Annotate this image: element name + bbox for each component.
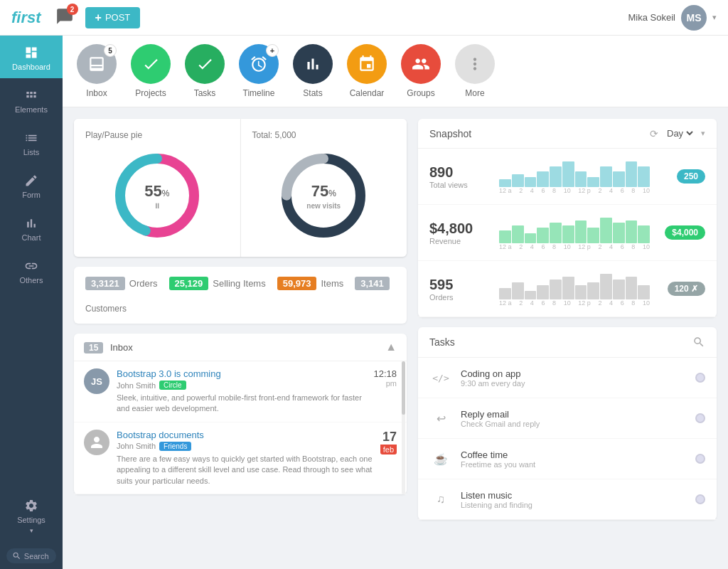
app-logo: first [11, 9, 41, 27]
more-circle [455, 44, 495, 84]
tab-inbox-label: Inbox [86, 88, 107, 98]
refresh-button[interactable]: ⟳ [650, 128, 658, 139]
items-label: Items [321, 278, 343, 289]
tab-inbox[interactable]: 5 Inbox [77, 44, 117, 98]
inbox-count-badge: 15 [84, 342, 103, 353]
dashboard-icon [24, 46, 38, 60]
sidebar-item-others[interactable]: Others [0, 249, 63, 292]
sidebar-label-elements: Elements [15, 105, 48, 114]
groups-icon [412, 55, 430, 73]
task-coding-status[interactable] [695, 373, 705, 383]
task-coding-icon: </> [429, 366, 452, 389]
spark-bar [525, 291, 537, 299]
spark-bar [626, 161, 638, 187]
task-coffee-status[interactable] [695, 454, 705, 464]
message-title-2[interactable]: Bootstrap documents [117, 430, 373, 440]
inbox-circle: 5 [77, 44, 117, 84]
views-spark-labels: 12 a24681012 p246810 [499, 187, 650, 194]
tab-tasks[interactable]: Tasks [185, 44, 225, 98]
sidebar-label-form: Form [22, 191, 41, 199]
sidebar-label-dashboard: Dashboard [12, 63, 50, 71]
spark-bar [600, 166, 612, 187]
task-item-coding: </> Coding on app 9:30 am every day [418, 358, 717, 398]
user-icon [90, 435, 104, 450]
tasks-title: Tasks [429, 336, 455, 348]
inbox-header: 15 Inbox ▲ [74, 334, 407, 361]
sidebar-item-elements[interactable]: Elements [0, 78, 63, 121]
orders-snap-label: Orders [429, 293, 493, 302]
tab-projects[interactable]: Projects [131, 44, 171, 98]
tab-timeline-label: Timeline [243, 88, 275, 98]
spark-bar [638, 225, 650, 243]
task-music-status[interactable] [695, 494, 705, 504]
post-button[interactable]: POST [85, 7, 141, 28]
spark-bar [562, 277, 574, 299]
right-column: Snapshot ⟳ Day ▾ 890 Total views [418, 119, 717, 520]
tasks-search-icon[interactable] [692, 336, 705, 349]
sidebar-item-chart[interactable]: Chart [0, 206, 63, 249]
orders-spark-labels: 12 a24681012 p246810 [499, 299, 650, 307]
inbox-icon [87, 55, 106, 73]
tab-stats[interactable]: Stats [293, 44, 333, 98]
orders-badge: 120 ✗ [668, 282, 705, 296]
spark-bar [587, 282, 599, 299]
message-avatar-1: JS [84, 368, 109, 394]
day-dropdown-arrow: ▾ [701, 129, 705, 138]
task-music-content: Listen music Listening and finding [461, 490, 687, 509]
donut-chart-card: Total: 5,000 75% new visits [241, 119, 407, 257]
elements-icon [24, 88, 38, 102]
message-body-2: There are a few easy ways to quickly get… [117, 454, 373, 486]
sidebar: Dashboard Elements Lists Form Chart Othe… [0, 36, 63, 531]
message-content-1: Bootstrap 3.0 is comming John Smith Circ… [117, 368, 366, 415]
spark-bar [550, 166, 562, 187]
chat-icon-button[interactable]: 2 [55, 7, 74, 28]
spark-bar [499, 230, 511, 243]
snapshot-views-row: 890 Total views 12 a24681012 p246810 250 [418, 149, 717, 205]
spark-bar [512, 174, 524, 187]
tab-groups[interactable]: Groups [401, 44, 441, 98]
sidebar-label-lists: Lists [23, 148, 40, 156]
calendar-circle [347, 44, 387, 84]
main-content: 5 Inbox Projects Tasks + Timeline [63, 36, 728, 531]
user-menu[interactable]: Mika Sokeil MS ▾ [628, 5, 717, 31]
views-badge: 250 [677, 169, 705, 184]
inbox-body: JS Bootstrap 3.0 is comming John Smith C… [74, 361, 407, 494]
tab-calendar-label: Calendar [350, 88, 385, 98]
scroll-thumb[interactable] [402, 361, 405, 415]
task-item-coffee: ☕ Coffee time Freetime as you want [418, 439, 717, 479]
stats-row: 3,3121 Orders 25,129 Selling Items 59,97… [74, 267, 407, 324]
sidebar-item-form[interactable]: Form [0, 164, 63, 206]
spark-bar [562, 161, 574, 187]
spark-bar [499, 288, 511, 299]
sidebar-settings[interactable]: Settings ▾ [0, 490, 63, 531]
day-select[interactable]: Day [664, 127, 695, 139]
sidebar-label-chart: Chart [22, 233, 41, 242]
projects-circle [131, 44, 171, 84]
settings-icon [24, 499, 38, 513]
message-content-2: Bootstrap documents John Smith Friends T… [117, 430, 373, 486]
message-body-1: Sleek, intuitive, and powerful mobile-fi… [117, 393, 366, 415]
task-reply-status[interactable] [695, 413, 705, 423]
snapshot-revenue-row: $4,800 Revenue 12 a24681012 p246810 $4,0… [418, 205, 717, 261]
sidebar-item-lists[interactable]: Lists [0, 121, 63, 164]
snapshot-card: Snapshot ⟳ Day ▾ 890 Total views [418, 119, 717, 317]
timeline-circle: + [239, 44, 279, 84]
inbox-collapse-button[interactable]: ▲ [385, 341, 397, 353]
tab-more[interactable]: More [455, 44, 495, 98]
snapshot-orders-row: 595 Orders 12 a24681012 p246810 120 ✗ [418, 261, 717, 317]
message-title-1[interactable]: Bootstrap 3.0 is comming [117, 368, 366, 379]
tab-calendar[interactable]: Calendar [347, 44, 387, 98]
tab-timeline[interactable]: + Timeline [239, 44, 279, 98]
orders-badge-wrap: 120 ✗ [655, 282, 705, 296]
task-item-music: ♫ Listen music Listening and finding [418, 479, 717, 520]
tab-tasks-label: Tasks [194, 88, 216, 98]
tasks-circle [185, 44, 225, 84]
task-reply-name: Reply email [461, 409, 687, 420]
customers-label: Customers [85, 304, 127, 314]
spark-bar [550, 223, 562, 243]
pie-chart-title: Play/Pause pie [85, 130, 142, 140]
inbox-scroll-container: JS Bootstrap 3.0 is comming John Smith C… [74, 361, 407, 494]
timeline-icon [250, 55, 268, 73]
sidebar-item-dashboard[interactable]: Dashboard [0, 36, 63, 78]
views-sparkline: 12 a24681012 p246810 [493, 159, 655, 194]
